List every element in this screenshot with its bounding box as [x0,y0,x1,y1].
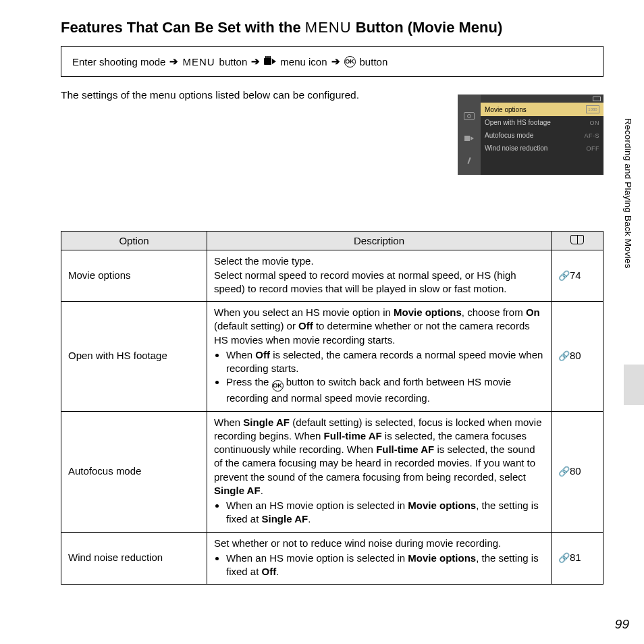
reference-cell: 🔗80 [552,411,603,532]
description-cell: When you select an HS movie option in Mo… [207,302,552,412]
table-row: Wind noise reductionSet whether or not t… [61,532,603,585]
header-description: Description [207,232,552,250]
page-number: 99 [615,617,629,632]
camera-screen-preview: Movie options 1080 Open with HS footageO… [458,95,603,175]
navigation-path: Enter shooting mode ➔ MENU button ➔ menu… [61,46,603,77]
screen-row: Autofocus modeAF-S [481,129,603,142]
header-reference [552,232,603,250]
intro-text: The settings of the menu options listed … [61,88,365,103]
page-title: Features That Can Be Set with the MENU B… [61,19,603,36]
movie-camera-icon [464,135,474,142]
screen-row: Open with HS footageON [481,116,603,129]
table-row: Movie optionsSelect the movie type.Selec… [61,250,603,302]
book-icon [570,235,584,244]
section-label: Recording and Playing Back Movies [623,118,633,269]
table-row: Autofocus modeWhen Single AF (default se… [61,411,603,532]
resolution-icon: 1080 [586,105,599,113]
option-cell: Movie options [61,250,207,302]
header-option: Option [61,232,207,250]
description-cell: Set whether or not to reduce wind noise … [207,532,552,585]
option-cell: Autofocus mode [61,411,207,532]
ok-button-icon: OK [344,56,356,68]
reference-icon: 🔗 [558,552,570,564]
menu-label-icon: MENU [305,19,352,36]
screen-row: Movie options 1080 [481,103,603,116]
arrow-right-icon: ➔ [251,55,260,68]
options-table: Option Description Movie optionsSelect t… [61,231,603,585]
option-cell: Open with HS footage [61,302,207,412]
table-row: Open with HS footageWhen you select an H… [61,302,603,412]
battery-icon [593,97,601,101]
thumb-tab [624,365,644,405]
camera-icon [464,112,475,120]
description-cell: When Single AF (default setting) is sele… [207,411,552,532]
description-cell: Select the movie type.Select normal spee… [207,250,552,302]
screen-row: Wind noise reductionOFF [481,142,603,155]
reference-icon: 🔗 [558,350,570,363]
wrench-icon [465,157,473,165]
menu-label-icon: MENU [182,56,215,68]
arrow-right-icon: ➔ [169,55,178,68]
reference-cell: 🔗80 [552,302,603,412]
reference-icon: 🔗 [558,465,570,478]
reference-cell: 🔗81 [552,532,603,585]
reference-icon: 🔗 [558,269,570,282]
option-cell: Wind noise reduction [61,532,207,585]
arrow-right-icon: ➔ [331,55,340,68]
movie-camera-icon [264,57,276,65]
reference-cell: 🔗74 [552,250,603,302]
